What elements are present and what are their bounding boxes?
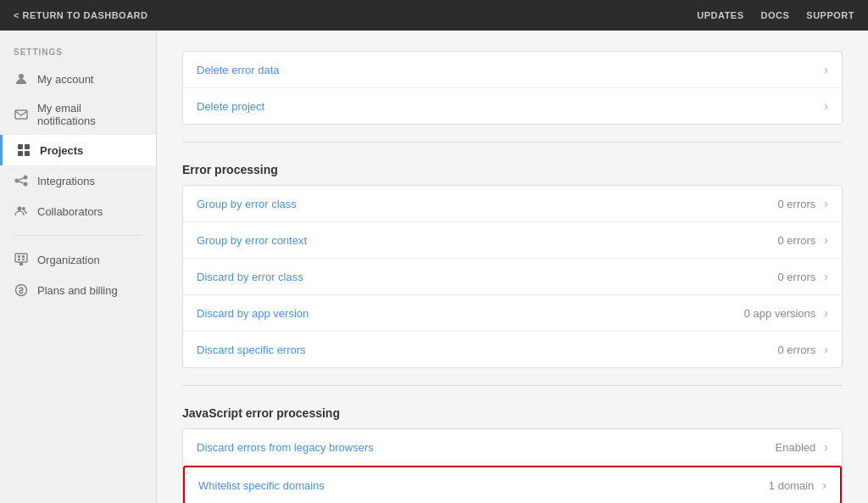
main-layout: SETTINGS My account My email notificatio… (0, 31, 868, 503)
chevron-right-icon: › (824, 233, 828, 247)
svg-rect-4 (18, 151, 23, 156)
row-link-delete-project[interactable]: Delete project (197, 100, 824, 113)
svg-point-7 (24, 176, 28, 180)
sidebar-item-collaborators[interactable]: Collaborators (0, 196, 156, 226)
row-link-whitelist-specific-domains[interactable]: Whitelist specific domains (198, 479, 769, 492)
chevron-right-icon: › (824, 270, 828, 283)
svg-rect-16 (18, 259, 20, 260)
sidebar-item-label: Plans and billing (37, 284, 118, 297)
svg-point-8 (24, 182, 28, 187)
sidebar-item-my-account[interactable]: My account (0, 64, 156, 94)
svg-rect-17 (22, 259, 25, 260)
chevron-right-icon: › (824, 343, 828, 356)
svg-rect-2 (18, 144, 23, 149)
row-value-discard-specific-errors: 0 errors (778, 344, 816, 356)
card-row-delete-error-data[interactable]: Delete error data› (183, 52, 842, 88)
collaborators-icon (14, 204, 29, 219)
chevron-right-icon: › (824, 63, 828, 76)
sidebar-divider (14, 235, 142, 236)
row-value-discard-by-error-class: 0 errors (778, 271, 816, 283)
svg-rect-3 (25, 144, 30, 149)
billing-icon (14, 282, 29, 298)
section-header: JavaScript error processing (182, 406, 843, 420)
projects-icon (16, 143, 31, 158)
row-value-discard-by-app-version: 0 app versions (744, 307, 816, 320)
sidebar-item-label: Organization (37, 254, 100, 266)
organization-icon (14, 252, 29, 267)
updates-link[interactable]: UPDATES (697, 10, 743, 20)
row-value-whitelist-specific-domains: 1 domain (769, 479, 814, 492)
row-value-group-by-error-context: 0 errors (778, 234, 816, 247)
svg-point-0 (19, 74, 24, 79)
top-nav: UPDATES DOCS SUPPORT (697, 10, 854, 20)
settings-label: SETTINGS (0, 48, 156, 64)
card-row-discard-by-error-class[interactable]: Discard by error class0 errors› (183, 259, 842, 295)
chevron-right-icon: › (822, 478, 826, 492)
sidebar-item-label: My email notifications (37, 102, 142, 127)
sidebar-item-integrations[interactable]: Integrations (0, 165, 156, 196)
card-row-whitelist-specific-domains[interactable]: Whitelist specific domains1 domain› (183, 466, 842, 503)
support-link[interactable]: SUPPORT (806, 10, 854, 20)
settings-section-error-processing: Error processingGroup by error class0 er… (182, 163, 843, 368)
sidebar-item-label: Collaborators (37, 205, 103, 218)
chevron-right-icon: › (824, 440, 828, 454)
svg-rect-18 (19, 262, 23, 265)
section-separator (182, 142, 843, 143)
chevron-right-icon: › (824, 99, 828, 113)
row-link-discard-by-app-version[interactable]: Discard by app version (197, 307, 744, 320)
sidebar-item-projects[interactable]: Projects (0, 135, 156, 165)
svg-rect-14 (18, 255, 20, 258)
row-link-discard-from-legacy[interactable]: Discard errors from legacy browsers (197, 441, 776, 454)
section-header: Error processing (182, 163, 843, 176)
person-icon (14, 71, 29, 87)
row-link-discard-specific-errors[interactable]: Discard specific errors (197, 344, 778, 356)
email-icon (14, 107, 29, 122)
card-top-delete-section: Delete error data›Delete project› (182, 51, 843, 125)
row-link-group-by-error-context[interactable]: Group by error context (197, 234, 778, 247)
svg-line-9 (19, 178, 24, 180)
top-bar: RETURN TO DASHBOARD UPDATES DOCS SUPPORT (0, 0, 868, 31)
card-row-group-by-error-class[interactable]: Group by error class0 errors› (183, 186, 842, 222)
sidebar-item-label: Projects (40, 144, 83, 157)
card-error-processing: Group by error class0 errors›Group by er… (182, 185, 843, 368)
card-javascript-error-processing: Discard errors from legacy browsersEnabl… (182, 428, 843, 503)
sidebar: SETTINGS My account My email notificatio… (0, 31, 157, 503)
settings-section-javascript-error-processing: JavaScript error processingDiscard error… (182, 406, 843, 503)
sidebar-item-label: My account (37, 73, 93, 86)
svg-rect-1 (15, 110, 27, 119)
row-value-group-by-error-class: 0 errors (778, 198, 816, 210)
svg-rect-15 (22, 255, 25, 258)
card-row-delete-project[interactable]: Delete project› (183, 88, 842, 124)
docs-link[interactable]: DOCS (761, 10, 790, 20)
sidebar-item-plans-billing[interactable]: Plans and billing (0, 275, 156, 305)
sidebar-item-label: Integrations (37, 175, 95, 187)
settings-section-top-delete-section: Delete error data›Delete project› (182, 51, 843, 125)
svg-line-10 (19, 182, 24, 183)
sidebar-item-email-notifications[interactable]: My email notifications (0, 94, 156, 135)
svg-point-6 (15, 179, 19, 183)
svg-point-11 (18, 207, 22, 211)
section-separator (182, 385, 843, 386)
content-area: Delete error data›Delete project›Error p… (157, 31, 868, 503)
row-link-discard-by-error-class[interactable]: Discard by error class (197, 271, 778, 283)
card-row-discard-by-app-version[interactable]: Discard by app version0 app versions› (183, 295, 842, 332)
svg-rect-5 (25, 151, 30, 156)
svg-rect-13 (15, 254, 27, 262)
chevron-right-icon: › (824, 306, 828, 320)
card-row-discard-from-legacy[interactable]: Discard errors from legacy browsersEnabl… (183, 429, 842, 466)
chevron-right-icon: › (824, 197, 828, 210)
svg-point-12 (22, 207, 25, 210)
return-to-dashboard[interactable]: RETURN TO DASHBOARD (14, 10, 148, 20)
sidebar-item-organization[interactable]: Organization (0, 244, 156, 275)
card-row-discard-specific-errors[interactable]: Discard specific errors0 errors› (183, 332, 842, 367)
row-link-group-by-error-class[interactable]: Group by error class (197, 198, 778, 210)
integrations-icon (14, 173, 29, 188)
row-link-delete-error-data[interactable]: Delete error data (197, 64, 824, 76)
card-row-group-by-error-context[interactable]: Group by error context0 errors› (183, 222, 842, 259)
row-value-discard-from-legacy: Enabled (776, 441, 816, 454)
